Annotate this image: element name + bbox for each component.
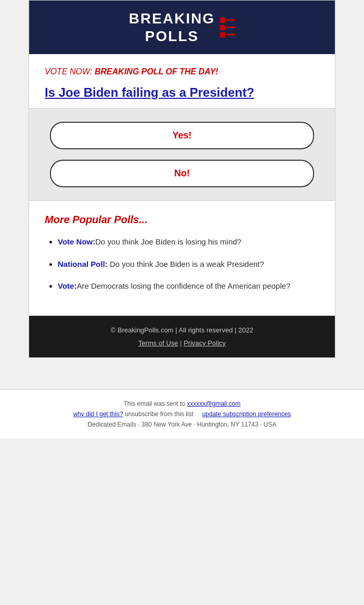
- yes-button[interactable]: Yes!: [50, 122, 314, 149]
- email-footer-address: Dedicated Emails · 380 New York Ave · Hu…: [10, 421, 354, 428]
- more-polls-section: More Popular Polls... Vote Now:Do you th…: [29, 201, 335, 316]
- list-item: Vote:Are Democrats losing the confidence…: [58, 280, 319, 292]
- why-link[interactable]: why did I get this?: [73, 410, 123, 418]
- poll-link-1-bold[interactable]: Vote Now:: [58, 237, 95, 246]
- email-footer: This email was sent to xxxxxx@gmail.com …: [0, 389, 364, 439]
- logo-icon: [220, 18, 235, 37]
- page-wrapper: BREAKING POLLS: [0, 0, 364, 605]
- icon-square-3: [220, 32, 225, 37]
- poll-link-3-text: Are Democrats losing the confidence of t…: [76, 281, 290, 290]
- header: BREAKING POLLS: [29, 1, 335, 54]
- update-prefs-link[interactable]: update subscription preferences: [202, 410, 291, 418]
- terms-link[interactable]: Terms of Use: [138, 339, 178, 347]
- icon-line-1: [227, 19, 235, 21]
- footer-dark: © BreakingPolls.com | All rights reserve…: [29, 316, 335, 357]
- email-container: BREAKING POLLS: [29, 0, 335, 358]
- footer-links: Terms of Use | Privacy Policy: [40, 339, 324, 347]
- vote-label-prefix: VOTE NOW:: [45, 67, 95, 76]
- icon-line-2: [227, 27, 235, 28]
- icon-square-2: [220, 25, 225, 30]
- poll-link-2-text: Do you think Joe Biden is a weak Preside…: [108, 260, 264, 268]
- list-item: National Poll: Do you think Joe Biden is…: [58, 259, 319, 271]
- email-footer-manage-links: why did I get this? unsubscribe from thi…: [10, 410, 354, 418]
- list-item: Vote Now:Do you think Joe Biden is losin…: [58, 236, 319, 248]
- icon-row-1: [220, 18, 235, 23]
- email-address-link[interactable]: xxxxxx@gmail.com: [187, 400, 241, 407]
- vote-label: VOTE NOW: BREAKING POLL OF THE DAY!: [45, 67, 319, 76]
- sent-text: This email was sent to: [124, 400, 187, 407]
- unsubscribe-text: unsubscribe from this list: [125, 410, 193, 418]
- email-footer-sent: This email was sent to xxxxxx@gmail.com: [10, 400, 354, 407]
- icon-line-3: [227, 34, 235, 35]
- poll-buttons-area: Yes! No!: [29, 108, 335, 201]
- footer-copyright: © BreakingPolls.com | All rights reserve…: [40, 326, 324, 334]
- more-polls-title: More Popular Polls...: [45, 214, 319, 226]
- polls-list: Vote Now:Do you think Joe Biden is losin…: [45, 236, 319, 292]
- poll-link-2-bold[interactable]: National Poll:: [58, 260, 108, 268]
- privacy-link[interactable]: Privacy Policy: [184, 339, 226, 347]
- icon-row-3: [220, 32, 235, 37]
- vote-intro: VOTE NOW: BREAKING POLL OF THE DAY! Is J…: [29, 54, 335, 108]
- logo-text: BREAKING POLLS: [129, 10, 215, 45]
- poll-question[interactable]: Is Joe Biden failing as a President?: [45, 84, 319, 100]
- icon-row-2: [220, 25, 235, 30]
- logo: BREAKING POLLS: [40, 10, 324, 45]
- icon-square-1: [220, 18, 225, 23]
- poll-link-1-text: Do you think Joe Biden is losing his min…: [95, 237, 241, 246]
- no-button[interactable]: No!: [50, 160, 314, 187]
- logo-line2: POLLS: [129, 28, 215, 45]
- vote-label-emphasis: BREAKING POLL OF THE DAY!: [95, 67, 218, 76]
- logo-line1: BREAKING: [129, 10, 215, 28]
- poll-link-3-bold[interactable]: Vote:: [58, 281, 76, 290]
